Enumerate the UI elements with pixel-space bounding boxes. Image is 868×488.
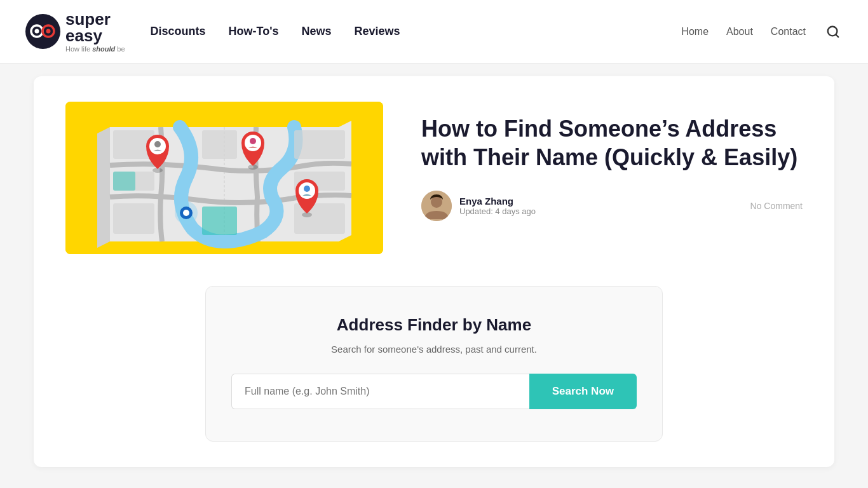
author-details: Enya Zhang Updated: 4 days ago xyxy=(459,196,536,216)
svg-point-28 xyxy=(304,186,310,192)
nav-howtos[interactable]: How-To's xyxy=(229,25,279,38)
logo[interactable]: supereasy How life should be xyxy=(25,11,125,53)
header-right: Home About Contact xyxy=(681,22,843,41)
nav-contact[interactable]: Contact xyxy=(771,26,806,37)
nav-about[interactable]: About xyxy=(726,26,753,37)
svg-point-4 xyxy=(46,29,51,34)
svg-point-22 xyxy=(154,141,161,147)
main-nav: Discounts How-To's News Reviews xyxy=(151,25,400,38)
nav-reviews[interactable]: Reviews xyxy=(355,25,400,38)
search-input[interactable] xyxy=(231,374,529,409)
svg-rect-19 xyxy=(113,172,135,191)
avatar xyxy=(421,191,452,221)
nav-news[interactable]: News xyxy=(302,25,332,38)
widget-subtitle: Search for someone's address, past and c… xyxy=(231,344,637,355)
hero-image-wrapper xyxy=(65,102,383,254)
no-comment: No Comment xyxy=(750,201,803,211)
avatar-image xyxy=(421,191,452,221)
svg-point-33 xyxy=(431,196,442,208)
article-title: How to Find Someone’s Address with Their… xyxy=(421,114,803,172)
logo-brand: supereasy xyxy=(65,11,125,44)
address-finder-widget: Address Finder by Name Search for someon… xyxy=(205,286,663,442)
author-name: Enya Zhang xyxy=(459,196,536,207)
search-now-button[interactable]: Search Now xyxy=(529,374,637,409)
article-header: How to Find Someone’s Address with Their… xyxy=(65,102,803,254)
nav-discounts[interactable]: Discounts xyxy=(151,25,206,38)
map-illustration xyxy=(65,102,383,254)
search-icon xyxy=(826,25,840,39)
header: supereasy How life should be Discounts H… xyxy=(0,0,868,64)
svg-line-6 xyxy=(836,34,838,37)
author-updated: Updated: 4 days ago xyxy=(459,207,536,216)
widget-title: Address Finder by Name xyxy=(231,315,637,335)
widget-search-row: Search Now xyxy=(231,374,637,409)
svg-marker-9 xyxy=(97,127,110,248)
article-title-section: How to Find Someone’s Address with Their… xyxy=(421,102,803,221)
svg-point-25 xyxy=(250,138,256,144)
logo-icon xyxy=(25,14,60,49)
hero-image xyxy=(65,102,383,254)
svg-rect-15 xyxy=(294,130,345,159)
svg-rect-18 xyxy=(202,207,237,235)
svg-rect-13 xyxy=(113,203,154,234)
svg-rect-14 xyxy=(202,130,237,159)
article-meta: Enya Zhang Updated: 4 days ago No Commen… xyxy=(421,191,803,221)
svg-point-2 xyxy=(35,29,39,34)
search-button[interactable] xyxy=(824,22,843,41)
logo-text: supereasy How life should be xyxy=(65,11,125,53)
article-card: How to Find Someone’s Address with Their… xyxy=(34,76,834,467)
main-content: How to Find Someone’s Address with Their… xyxy=(21,64,847,480)
nav-home[interactable]: Home xyxy=(681,26,709,37)
logo-tagline: How life should be xyxy=(65,45,125,53)
header-left: supereasy How life should be Discounts H… xyxy=(25,11,400,53)
author-info: Enya Zhang Updated: 4 days ago xyxy=(421,191,536,221)
svg-point-31 xyxy=(183,210,189,216)
